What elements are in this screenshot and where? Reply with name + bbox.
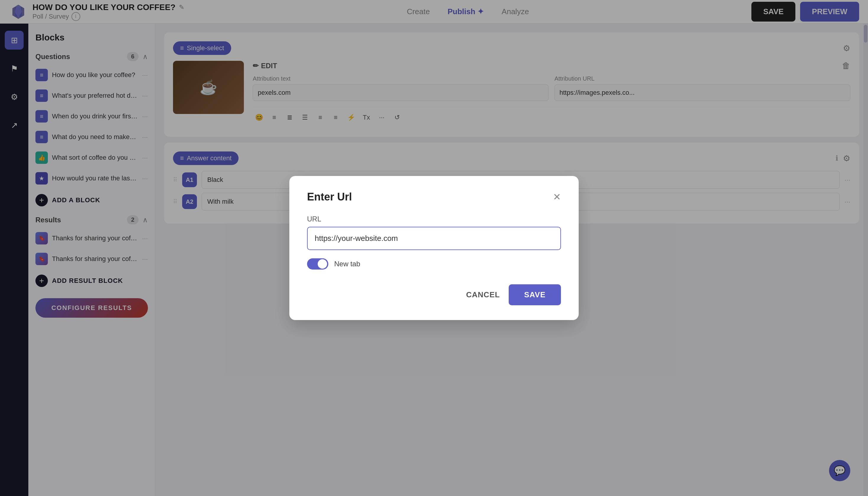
url-input[interactable] xyxy=(307,227,561,250)
modal-save-button[interactable]: SAVE xyxy=(509,284,561,305)
url-field-group: URL xyxy=(307,215,561,258)
modal-title: Enter Url ✕ xyxy=(307,191,561,203)
modal-actions: CANCEL SAVE xyxy=(307,284,561,305)
toggle-knob xyxy=(318,259,327,269)
new-tab-row: New tab xyxy=(307,258,561,269)
new-tab-toggle[interactable] xyxy=(307,258,328,269)
modal-overlay[interactable]: Enter Url ✕ URL New tab CANCEL SAVE xyxy=(0,0,868,496)
enter-url-modal: Enter Url ✕ URL New tab CANCEL SAVE xyxy=(289,176,579,320)
new-tab-label: New tab xyxy=(334,260,360,268)
cancel-button[interactable]: CANCEL xyxy=(466,290,500,299)
modal-close-button[interactable]: ✕ xyxy=(553,191,561,203)
url-label: URL xyxy=(307,215,561,223)
